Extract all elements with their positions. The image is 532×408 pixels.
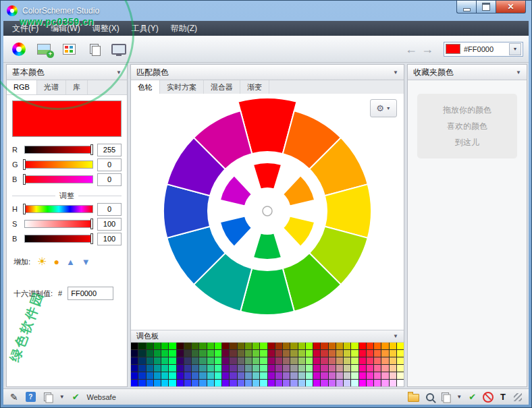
palette-cell[interactable]: [336, 372, 343, 379]
palette-cell[interactable]: [268, 350, 275, 357]
palette-cell[interactable]: [252, 380, 259, 386]
palette-cell[interactable]: [154, 350, 161, 357]
slider-brightness-track[interactable]: [24, 235, 93, 243]
palette-cell[interactable]: [321, 357, 327, 364]
palette-cell[interactable]: [283, 343, 290, 349]
palette-cell[interactable]: [313, 372, 320, 379]
palette-cell[interactable]: [260, 350, 267, 357]
palette-cell[interactable]: [222, 380, 229, 386]
palette-cell[interactable]: [207, 350, 214, 357]
palette-cell[interactable]: [154, 357, 161, 364]
palette-cell[interactable]: [192, 380, 198, 386]
palette-cell[interactable]: [192, 357, 198, 364]
palette-cell[interactable]: [268, 372, 275, 379]
palette-cell[interactable]: [222, 357, 229, 364]
palette-cell[interactable]: [298, 365, 305, 372]
palette-cell[interactable]: [359, 372, 366, 379]
palette-cell[interactable]: [161, 343, 168, 349]
palette-cell[interactable]: [336, 350, 343, 357]
palette-cell[interactable]: [131, 365, 138, 372]
palette-cell[interactable]: [215, 372, 221, 379]
palette-collapse-button[interactable]: ▼: [393, 333, 398, 339]
slider-blue-track[interactable]: [24, 175, 93, 183]
palette-cell[interactable]: [344, 357, 350, 364]
slider-red-handle[interactable]: [90, 144, 93, 155]
palette-cell[interactable]: [230, 357, 236, 364]
palette-cell[interactable]: [283, 357, 290, 364]
palette-cell[interactable]: [207, 343, 214, 349]
palette-cell[interactable]: [298, 372, 305, 379]
palette-cell[interactable]: [154, 365, 161, 372]
palette-cell[interactable]: [390, 372, 396, 379]
palette-cell[interactable]: [207, 365, 214, 372]
palette-cell[interactable]: [169, 343, 176, 349]
palette-cell[interactable]: [161, 372, 168, 379]
saturate-down-icon[interactable]: ▼: [82, 258, 90, 266]
palette-cell[interactable]: [283, 350, 290, 357]
palette-grid[interactable]: [131, 343, 404, 386]
palette-cell[interactable]: [397, 343, 404, 349]
palette-cell[interactable]: [390, 365, 396, 372]
palette-cell[interactable]: [207, 372, 214, 379]
palette-cell[interactable]: [199, 365, 206, 372]
palette-cell[interactable]: [260, 357, 267, 364]
palette-cell[interactable]: [222, 365, 229, 372]
palette-cell[interactable]: [321, 365, 327, 372]
tab-spectrum[interactable]: 光谱: [37, 80, 66, 94]
palette-cell[interactable]: [390, 380, 396, 386]
palette-cell[interactable]: [397, 380, 404, 386]
slider-hue-value[interactable]: [97, 203, 122, 216]
palette-cell[interactable]: [283, 365, 290, 372]
palette-cell[interactable]: [290, 372, 297, 379]
history-back-button[interactable]: ←: [405, 43, 417, 55]
minimize-button[interactable]: [456, 1, 476, 13]
tool-color-wheel-button[interactable]: [9, 39, 29, 59]
palette-cell[interactable]: [260, 343, 267, 349]
palette-cell[interactable]: [313, 343, 320, 349]
slider-red-value[interactable]: [97, 144, 122, 156]
palette-cell[interactable]: [290, 343, 297, 349]
palette-cell[interactable]: [138, 380, 145, 386]
palette-cell[interactable]: [351, 350, 358, 357]
palette-cell[interactable]: [283, 372, 290, 379]
combobox-dropdown-button[interactable]: ▼: [509, 43, 521, 55]
palette-cell[interactable]: [359, 343, 366, 349]
palette-cell[interactable]: [275, 380, 282, 386]
palette-cell[interactable]: [275, 357, 282, 364]
basic-colors-collapse-button[interactable]: ▼: [116, 69, 122, 76]
palette-cell[interactable]: [192, 372, 198, 379]
palette-cell[interactable]: [329, 380, 336, 386]
palette-cell[interactable]: [298, 357, 305, 364]
palette-cell[interactable]: [177, 365, 184, 372]
palette-cell[interactable]: [260, 380, 267, 386]
palette-cell[interactable]: [169, 365, 176, 372]
palette-cell[interactable]: [177, 343, 184, 349]
maximize-button[interactable]: [476, 1, 496, 13]
close-button[interactable]: ✕: [496, 1, 526, 13]
palette-cell[interactable]: [321, 350, 327, 357]
color-wheel[interactable]: [153, 96, 382, 326]
palette-cell[interactable]: [313, 380, 320, 386]
palette-cell[interactable]: [374, 372, 381, 379]
palette-cell[interactable]: [336, 365, 343, 372]
palette-cell[interactable]: [367, 372, 373, 379]
saturate-up-icon[interactable]: ▲: [66, 258, 75, 266]
palette-cell[interactable]: [329, 343, 336, 349]
palette-cell[interactable]: [192, 343, 198, 349]
palette-cell[interactable]: [336, 343, 343, 349]
palette-cell[interactable]: [222, 350, 229, 357]
palette-cell[interactable]: [215, 365, 221, 372]
palette-cell[interactable]: [374, 343, 381, 349]
favorites-drop-zone[interactable]: 拖放你的颜色 喜欢的颜色 到这儿: [417, 94, 517, 158]
slider-green-track[interactable]: [24, 161, 93, 169]
palette-cell[interactable]: [306, 350, 313, 357]
palette-cell[interactable]: [313, 357, 320, 364]
tool-screen-picker-button[interactable]: [109, 39, 129, 59]
slider-saturation-handle[interactable]: [90, 218, 93, 229]
palette-cell[interactable]: [169, 380, 176, 386]
wheel-options-button[interactable]: ⚙ ▼: [370, 99, 397, 117]
hex-input[interactable]: [68, 287, 113, 300]
palette-cell[interactable]: [306, 343, 313, 349]
palette-cell[interactable]: [215, 343, 221, 349]
palette-cell[interactable]: [238, 357, 244, 364]
